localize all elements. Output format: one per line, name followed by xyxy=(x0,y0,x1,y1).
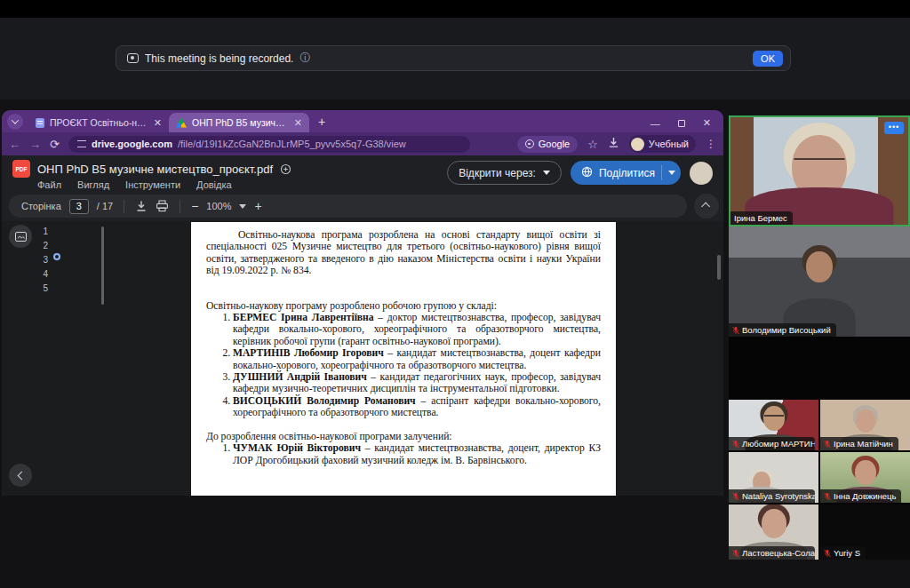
video-feed xyxy=(729,226,910,337)
menu-tools[interactable]: Інструменти xyxy=(125,179,180,190)
participant-name-tag: Любомир МАРТИНІВ xyxy=(729,437,815,450)
menu-view[interactable]: Вигляд xyxy=(77,179,109,190)
url-field[interactable]: drive.google.com/file/d/19I1kZcGaN2BnJLr… xyxy=(68,136,470,153)
zoom-out-button[interactable]: − xyxy=(191,199,198,213)
video-tile-inna-dovzhynets[interactable]: Інна Довжинець xyxy=(820,452,910,503)
back-icon[interactable]: ← xyxy=(9,139,20,150)
url-path: /file/d/19I1kZcGaN2BnJLrMP5_pyvv5x5q7-G3… xyxy=(178,139,406,149)
recording-banner-text: This meeting is being recorded. xyxy=(145,52,293,65)
top-black-strip xyxy=(0,0,910,18)
video-tile-iryna-bermes[interactable]: ••• Ірина Бермес xyxy=(729,115,910,226)
chevron-left-icon xyxy=(18,471,27,480)
document-scrollbar[interactable] xyxy=(717,255,721,280)
browser-window: ПРОЄКТ Освітньо-наукової п ✕ ОНП PhD B5 … xyxy=(2,110,723,496)
file-name: ОНП PhD B5 музичне мистецтво_проєкт.pdf xyxy=(37,163,273,176)
google-lens-icon xyxy=(525,139,534,148)
viewer-content: 1 2 3 4 5 xyxy=(2,221,723,496)
tab-title: ПРОЄКТ Освітньо-наукової п xyxy=(50,117,148,128)
print-icon[interactable] xyxy=(156,200,169,212)
video-tile-liubomyr-martyniv[interactable]: Любомир МАРТИНІВ xyxy=(729,400,818,450)
video-tile-lastovetska-solanska[interactable]: Ластовецька-Соланс... xyxy=(729,505,818,560)
browser-tab-bar: ПРОЄКТ Освітньо-наукової п ✕ ОНП PhD B5 … xyxy=(2,110,723,132)
download-icon[interactable] xyxy=(135,200,148,212)
pdf-toolbar: Сторінка 3 / 17 − 100% + xyxy=(2,191,723,221)
collapse-toolbar-button[interactable] xyxy=(694,194,719,219)
minimize-button[interactable]: — xyxy=(651,118,660,129)
thumbnail-page-4[interactable]: 4 xyxy=(36,267,60,279)
menu-file[interactable]: Файл xyxy=(37,179,61,190)
page-total: / 17 xyxy=(97,201,113,211)
tab-close-icon[interactable]: ✕ xyxy=(154,117,162,129)
video-tile-yuriy-s[interactable]: Yuriy S xyxy=(820,505,910,560)
caret-down-icon[interactable] xyxy=(668,171,675,175)
zoom-level: 100% xyxy=(206,201,231,211)
profile-avatar xyxy=(631,138,644,151)
ok-button[interactable]: OK xyxy=(753,51,783,67)
share-divider xyxy=(661,165,662,180)
new-tab-button[interactable]: + xyxy=(318,115,325,129)
tab-proekt[interactable]: ПРОЄКТ Освітньо-наукової п ✕ xyxy=(28,113,169,132)
page-number-input[interactable]: 3 xyxy=(69,199,89,214)
tab-onp-phd[interactable]: ОНП PhD B5 музичне мистец ✕ xyxy=(169,113,309,132)
info-icon[interactable]: ⓘ xyxy=(299,51,310,66)
tab-search-button[interactable] xyxy=(7,114,23,130)
thumbnail-page-2[interactable]: 2 xyxy=(36,239,60,250)
maximize-button[interactable] xyxy=(678,120,685,127)
tab-title: ОНП PhD B5 музичне мистец xyxy=(192,117,289,128)
chevron-down-icon xyxy=(12,116,19,123)
zoom-caret-icon[interactable] xyxy=(239,204,246,209)
account-avatar[interactable] xyxy=(690,162,713,185)
muted-mic-icon xyxy=(732,549,739,558)
site-info-icon[interactable] xyxy=(77,140,86,147)
doc-group-intro: Освітньо-наукову програму розроблено роб… xyxy=(206,300,601,312)
desktop: This meeting is being recorded. ⓘ OK ПРО… xyxy=(0,0,910,588)
more-options-button[interactable]: ••• xyxy=(884,122,904,134)
video-tile-iryna-matiichyn[interactable]: Ірина Матійчин xyxy=(820,400,910,450)
open-with-label: Відкрити через: xyxy=(459,167,536,179)
share-label: Поділитися xyxy=(599,167,655,179)
doc-involved-intro: До розроблення освітньо-наукової програм… xyxy=(206,431,601,442)
toolbar-divider xyxy=(180,200,180,213)
pdf-file-icon: PDF xyxy=(12,160,30,178)
hide-panel-button[interactable] xyxy=(9,464,32,487)
browser-profile-button[interactable]: Учебный xyxy=(629,135,696,153)
close-button[interactable]: ✕ xyxy=(703,117,711,129)
thumbnail-number: 5 xyxy=(36,282,48,293)
shared-link-icon[interactable] xyxy=(280,163,291,175)
tab-close-icon[interactable]: ✕ xyxy=(294,117,302,129)
url-host: drive.google.com xyxy=(92,139,172,149)
refresh-icon[interactable]: ⟳ xyxy=(50,139,60,150)
browser-menu-icon[interactable]: ⋮ xyxy=(706,138,716,150)
participant-name-tag: Yuriy S xyxy=(820,546,866,560)
pdf-viewer-header: PDF ОНП PhD B5 музичне мистецтво_проєкт.… xyxy=(2,155,723,191)
thumbnail-page-3-selected[interactable]: 3 xyxy=(36,253,60,265)
participants-panel: ••• Ірина Бермес Володимир Висоцький xyxy=(729,115,910,560)
thumbnail-number: 3 xyxy=(36,253,48,265)
share-button[interactable]: Поділитися xyxy=(571,161,681,185)
downloads-icon[interactable] xyxy=(608,136,619,152)
video-feed xyxy=(730,117,908,225)
forward-icon[interactable]: → xyxy=(29,139,41,150)
thumbnail-page-5[interactable]: 5 xyxy=(36,282,60,293)
thumbnail-page-1[interactable]: 1 xyxy=(36,225,60,236)
google-search-button[interactable]: Google xyxy=(517,136,578,153)
document-favicon-icon xyxy=(36,118,44,128)
zoom-in-button[interactable]: + xyxy=(254,199,261,213)
open-with-button[interactable]: Відкрити через: xyxy=(447,161,562,185)
video-tile-nataliya-syrotynska[interactable]: Nataliya Syrotynska xyxy=(729,452,818,503)
grid-view-button[interactable] xyxy=(9,225,32,248)
muted-mic-icon xyxy=(824,440,831,449)
chevron-up-icon xyxy=(701,202,710,211)
thumbnail-scrollbar[interactable] xyxy=(101,226,104,305)
menu-help[interactable]: Довідка xyxy=(196,179,232,190)
muted-mic-icon xyxy=(732,492,739,501)
participant-name-tag: Володимир Висоцький xyxy=(729,323,836,337)
google-label: Google xyxy=(539,139,570,149)
list-item: ДУШНИЙ Андрій Іванович – кандидат педаго… xyxy=(233,371,601,395)
bookmark-star-icon[interactable]: ☆ xyxy=(587,138,598,151)
video-tile-volodymyr-vysotskyi[interactable]: Володимир Висоцький xyxy=(729,226,910,337)
caret-down-icon xyxy=(543,171,550,175)
pdf-page: Освітньо-наукова програма розроблена на … xyxy=(191,222,616,496)
participant-name-tag: Nataliya Syrotynska xyxy=(729,489,815,503)
thumbnail-number: 4 xyxy=(36,267,48,279)
